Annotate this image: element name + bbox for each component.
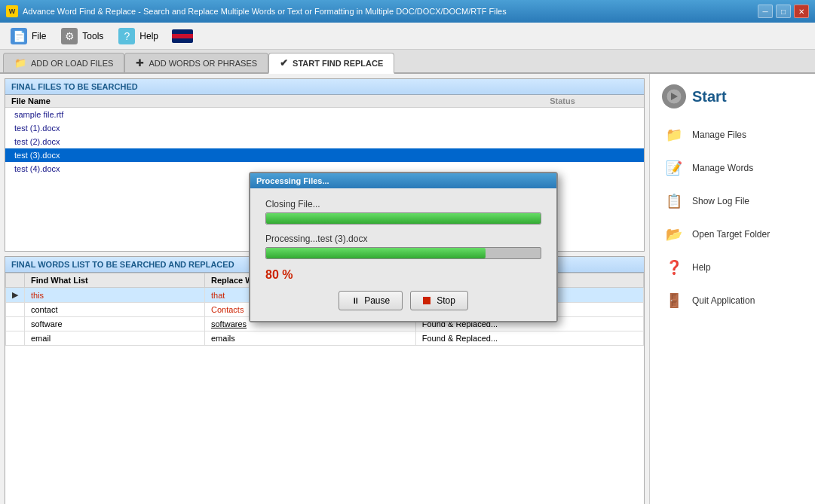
menu-tools[interactable]: ⚙ Tools [54,25,111,47]
row-status-3: Found & Replaced... [415,331,643,346]
dialog-title: Processing Files... [250,173,556,188]
row-find-3: email [25,331,205,346]
tab-add-files-label: ADD OR LOAD FILES [31,59,113,68]
tab-add-words[interactable]: ✚ ADD WORDS OR PHRASES [124,53,268,72]
closing-progress-fill [266,213,541,224]
start-label: Start [692,88,727,105]
col-arrow [6,273,25,288]
sidebar-manage-words[interactable]: 📝 Manage Words [656,152,809,184]
row-arrow-0: ▶ [6,288,25,303]
sidebar-open-folder[interactable]: 📂 Open Target Folder [656,218,809,250]
processing-label: Processing...test (3).docx [265,234,541,244]
start-section: Start [656,80,809,113]
row-find-0: this [25,288,205,303]
pause-button[interactable]: ⏸ Pause [339,291,403,310]
open-folder-label: Open Target Folder [692,229,770,240]
menu-help[interactable]: ? Help [111,25,166,47]
stop-icon [423,297,430,304]
file-menu-icon: 📄 [11,28,27,44]
language-flag[interactable] [172,29,193,43]
menu-bar: 📄 File ⚙ Tools ? Help [0,23,815,50]
dialog-buttons: ⏸ Pause Stop [265,291,541,310]
closing-progress-bg [265,212,541,225]
sidebar-manage-files[interactable]: 📁 Manage Files [656,119,809,151]
pause-label: Pause [364,295,390,306]
manage-words-label: Manage Words [692,163,753,173]
sidebar-show-log[interactable]: 📋 Show Log File [656,185,809,217]
manage-words-icon: 📝 [663,157,685,179]
help-menu-icon: ? [118,28,135,44]
table-row[interactable]: email emails Found & Replaced... [6,331,644,346]
minimize-button[interactable]: ─ [758,5,773,18]
tab-bar: 📁 ADD OR LOAD FILES ✚ ADD WORDS OR PHRAS… [0,50,815,74]
manage-files-icon: 📁 [663,124,685,145]
closing-label: Closing File... [265,199,541,209]
row-arrow-3 [6,331,25,346]
files-column-status: Status [487,96,638,105]
row-find-2: software [25,317,205,331]
dialog-body: Closing File... Processing...test (3).do… [250,188,556,321]
sidebar-quit[interactable]: 🚪 Quit Application [656,285,809,316]
menu-file[interactable]: 📄 File [3,25,54,47]
show-log-label: Show Log File [692,196,749,206]
stop-label: Stop [437,295,455,306]
close-button[interactable]: ✕ [794,5,809,18]
open-folder-icon: 📂 [663,224,685,245]
title-bar-text: Advance Word Find & Replace - Search and… [23,7,758,16]
right-sidebar: Start 📁 Manage Files 📝 Manage Words 📋 Sh… [649,74,815,504]
tab-add-files-icon: 📁 [14,57,26,69]
tools-menu-label: Tools [82,31,103,41]
title-bar: W Advance Word Find & Replace - Search a… [0,0,815,23]
tab-add-files[interactable]: 📁 ADD OR LOAD FILES [3,53,124,72]
quit-icon: 🚪 [663,290,685,311]
file-item-1[interactable]: test (1).docx [5,121,644,135]
files-panel-header: FINAL FILES TO BE SEARCHED [5,79,644,95]
maximize-button[interactable]: □ [776,5,791,18]
files-column-name: File Name [11,96,487,105]
tab-add-words-icon: ✚ [136,57,144,69]
app-icon: W [6,5,18,17]
file-item-2[interactable]: test (2).docx [5,135,644,148]
processing-progress-fill [266,248,486,258]
quit-label: Quit Application [692,295,755,306]
tab-start-replace-icon: ✔ [280,57,288,69]
manage-files-label: Manage Files [692,130,746,140]
row-replace-3: emails [205,331,416,346]
sidebar-help-label: Help [692,262,711,273]
col-find: Find What List [25,273,205,288]
sidebar-help-icon: ❓ [663,257,685,278]
tools-menu-icon: ⚙ [61,28,78,44]
progress-dialog: Processing Files... Closing File... Proc… [249,172,558,322]
file-item-3[interactable]: test (3).docx [5,148,644,162]
sidebar-help[interactable]: ❓ Help [656,252,809,283]
pause-icon: ⏸ [351,296,360,305]
file-menu-label: File [32,31,46,41]
show-log-icon: 📋 [663,191,685,212]
start-icon [662,84,686,108]
progress-percent: 80 % [265,268,541,282]
tab-add-words-label: ADD WORDS OR PHRASES [149,59,257,68]
help-menu-label: Help [139,31,158,41]
window-controls: ─ □ ✕ [758,5,809,18]
tab-start-replace-label: START FIND REPLACE [293,59,383,68]
tab-start-replace[interactable]: ✔ START FIND REPLACE [268,53,394,74]
file-item-0[interactable]: sample file.rtf [5,108,644,121]
processing-progress-bg [265,247,541,259]
row-find-1: contact [25,303,205,317]
stop-button[interactable]: Stop [410,291,468,310]
row-arrow-2 [6,317,25,331]
row-arrow-1 [6,303,25,317]
